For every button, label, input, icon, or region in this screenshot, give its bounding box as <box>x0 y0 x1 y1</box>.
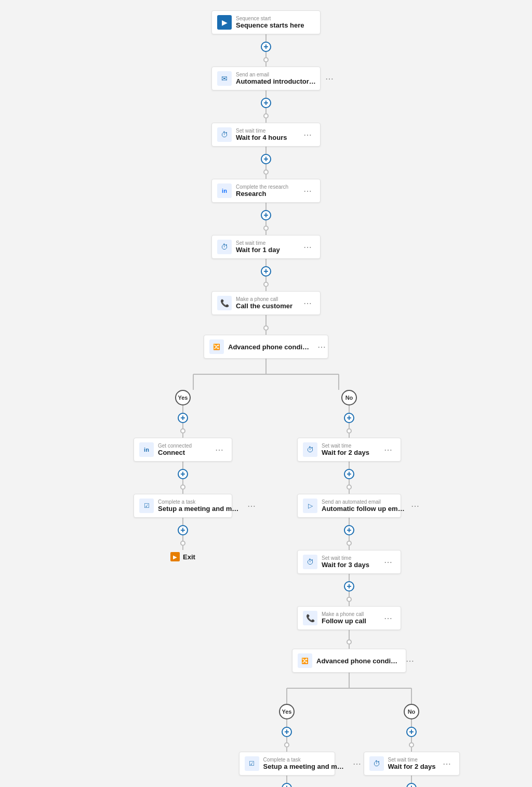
branch-line-1 <box>131 359 401 390</box>
adv-phone-2-title: Advanced phone condition <box>316 657 400 665</box>
more-button[interactable]: ⋯ <box>409 500 421 512</box>
exit-1-node: ▶ Exit <box>166 550 200 563</box>
connector-5: + <box>261 259 271 291</box>
no-branch-1: No + ⏱ Set wait time Wait for 2 days ⋯ <box>266 390 432 787</box>
connector-yes-1: + <box>178 405 188 438</box>
wait-no-1-node[interactable]: ⏱ Set wait time Wait for 2 days ⋯ <box>297 438 401 462</box>
adv-phone-1-node[interactable]: 🔀 Advanced phone condition ⋯ <box>204 335 328 359</box>
wait-no-2-node[interactable]: ⏱ Set wait time Wait for 3 days ⋯ <box>297 550 401 574</box>
add-button[interactable]: + <box>344 525 354 535</box>
adv-phone-1-title: Advanced phone condition <box>228 343 311 351</box>
wait-no-1-label: Set wait time <box>322 443 378 449</box>
email-icon: ✉ <box>217 71 232 86</box>
more-button[interactable]: ⋯ <box>351 758 363 770</box>
add-button[interactable]: + <box>344 469 354 479</box>
wait-no-2-label: Set wait time <box>322 555 378 561</box>
add-button[interactable]: + <box>261 154 271 164</box>
wait-1-label: Set wait time <box>236 128 297 134</box>
wait-1-title: Wait for 4 hours <box>236 134 297 141</box>
send-email-section: ✉ Send an email Automated introductory e… <box>211 67 321 123</box>
condition-icon: 🔀 <box>298 653 312 668</box>
line-v <box>182 462 183 469</box>
more-button[interactable]: ⋯ <box>441 758 453 770</box>
add-button[interactable]: + <box>344 581 354 592</box>
line-v <box>265 52 267 57</box>
more-button[interactable]: ⋯ <box>301 241 314 253</box>
line-v <box>349 490 350 494</box>
add-button[interactable]: + <box>178 413 188 423</box>
more-button[interactable]: ⋯ <box>323 73 336 85</box>
circle-dot <box>180 484 185 490</box>
wait-icon: ⏱ <box>217 240 232 254</box>
exit-icon: ▶ <box>170 552 180 561</box>
more-button[interactable]: ⋯ <box>382 556 394 568</box>
line-v <box>182 423 183 428</box>
adv-phone-2-node[interactable]: 🔀 Advanced phone condition ⋯ <box>292 649 406 673</box>
more-button[interactable]: ⋯ <box>404 655 416 667</box>
add-button[interactable]: + <box>178 525 188 535</box>
call-customer-section: 📞 Make a phone call Call the customer ⋯ <box>211 291 321 335</box>
line-v <box>349 592 350 597</box>
task-1-left-node[interactable]: ☑ Complete a task Setup a meeting and mo… <box>134 494 232 518</box>
sequence-start-node[interactable]: ▶ Sequence start Sequence starts here <box>211 10 321 34</box>
research-node[interactable]: in Complete the research Research ⋯ <box>211 179 321 203</box>
add-button[interactable]: + <box>178 469 188 479</box>
sequence-start-section: ▶ Sequence start Sequence starts here + <box>211 10 321 67</box>
wait-1-node[interactable]: ⏱ Set wait time Wait for 4 hours ⋯ <box>211 123 321 147</box>
wait-icon: ⏱ <box>303 555 317 569</box>
no-label-2: No <box>404 704 419 719</box>
connector-no-3: + <box>344 518 354 550</box>
line-v <box>265 164 267 169</box>
wait-2-section: ⏱ Set wait time Wait for 1 day ⋯ + <box>211 235 321 291</box>
connect-node[interactable]: in Get connected Connect ⋯ <box>134 438 232 462</box>
condition-icon: 🔀 <box>209 339 224 354</box>
more-button[interactable]: ⋯ <box>245 500 258 512</box>
followup-call-text: Make a phone call Follow up call <box>322 611 378 625</box>
no-label-1: No <box>341 390 357 405</box>
line-v <box>349 535 350 541</box>
more-button[interactable]: ⋯ <box>315 341 328 353</box>
line-v <box>182 546 183 550</box>
more-button[interactable]: ⋯ <box>301 297 314 309</box>
send-email-node[interactable]: ✉ Send an email Automated introductory e… <box>211 67 321 90</box>
add-button[interactable]: + <box>261 266 271 277</box>
task-yes-2-title: Setup a meeting and move to the next s..… <box>263 763 347 770</box>
connector-2: + <box>261 90 271 123</box>
wait-2-node[interactable]: ⏱ Set wait time Wait for 1 day ⋯ <box>211 235 321 259</box>
wait-no-2-text: Set wait time Wait for 3 days <box>322 555 378 569</box>
line-v <box>265 287 267 291</box>
circle-dot <box>263 226 269 231</box>
more-button[interactable]: ⋯ <box>382 612 394 624</box>
connector-4: + <box>261 203 271 235</box>
task-yes-2-node[interactable]: ☑ Complete a task Setup a meeting and mo… <box>239 752 335 776</box>
more-button[interactable]: ⋯ <box>382 444 394 456</box>
add-button[interactable]: + <box>344 413 354 423</box>
wait-no-3-node[interactable]: ⏱ Set wait time Wait for 2 days ⋯ <box>364 752 460 776</box>
connector-yes-3: + <box>178 518 188 550</box>
wait-no-1-text: Set wait time Wait for 2 days <box>322 443 378 456</box>
sequence-start-title: Sequence starts here <box>236 21 314 29</box>
circle-dot <box>263 325 269 331</box>
branch-line-2 <box>235 673 463 704</box>
circle-dot <box>347 428 352 434</box>
call-customer-node[interactable]: 📞 Make a phone call Call the customer ⋯ <box>211 291 321 315</box>
line-v <box>182 535 183 541</box>
add-button[interactable]: + <box>261 210 271 220</box>
line-v <box>349 546 350 550</box>
line-v <box>349 462 350 469</box>
connector-1: + <box>261 34 271 67</box>
more-button[interactable]: ⋯ <box>213 444 225 456</box>
task-1-left-label: Complete a task <box>158 499 241 505</box>
add-button[interactable]: + <box>261 98 271 108</box>
circle-dot <box>347 484 352 490</box>
more-button[interactable]: ⋯ <box>301 129 314 141</box>
sequence-start-label: Sequence start <box>236 16 314 21</box>
research-title: Research <box>236 190 297 198</box>
add-button[interactable]: + <box>261 42 271 52</box>
followup-call-node[interactable]: 📞 Make a phone call Follow up call ⋯ <box>297 606 401 630</box>
more-button[interactable]: ⋯ <box>301 185 314 197</box>
wait-2-title: Wait for 1 day <box>236 246 297 254</box>
line-v <box>265 147 267 154</box>
line-v <box>349 574 350 581</box>
auto-email-node[interactable]: ▷ Send an automated email Automatic foll… <box>297 494 401 518</box>
